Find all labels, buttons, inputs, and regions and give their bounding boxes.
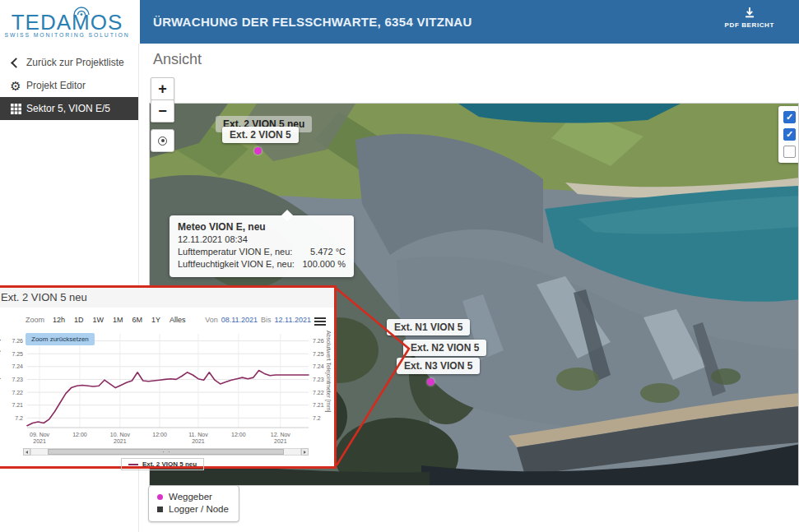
- svg-text:7.21: 7.21: [12, 402, 23, 408]
- date-range: Von 08.11.2021 Bis 12.11.2021: [205, 316, 311, 324]
- pdf-report-button[interactable]: PDF BERICHT: [725, 7, 774, 29]
- svg-text:7.23: 7.23: [12, 377, 23, 382]
- svg-text:2021: 2021: [33, 438, 46, 444]
- marker-label-n3[interactable]: Ext. N3 VION 5: [397, 358, 480, 374]
- legend-label: Weggeber: [169, 491, 212, 503]
- marker-label-n1[interactable]: Ext. N1 VION 5: [387, 319, 470, 335]
- svg-text:7.25: 7.25: [12, 351, 23, 357]
- legend-item-weggeber: Weggeber: [157, 491, 229, 503]
- svg-text:7.24: 7.24: [313, 363, 324, 369]
- download-icon: [743, 7, 756, 19]
- chart-navigator-scrollbar: [23, 448, 309, 456]
- logger-square-icon: [157, 507, 163, 512]
- range-button-1m[interactable]: 1M: [113, 316, 123, 324]
- tooltip-row-value: 100.000 %: [302, 258, 346, 271]
- chart-range-toolbar: Zoom 12h 1D 1W 1M 6M 1Y Alles Von 08.11.…: [26, 316, 311, 324]
- svg-text:2021: 2021: [114, 438, 127, 444]
- scroll-left-button[interactable]: [23, 448, 30, 456]
- meteo-tooltip: Meteo VION E, neu 12.11.2021 08:34 Luftt…: [170, 215, 354, 277]
- zoom-in-button[interactable]: +: [151, 77, 174, 100]
- grid-icon: [5, 104, 26, 114]
- tooltip-timestamp: 12.11.2021 08:34: [178, 234, 346, 244]
- sidebar-back-label: Zurück zur Projektliste: [26, 57, 124, 68]
- svg-text:11. Nov: 11. Nov: [188, 432, 208, 437]
- layer-checkbox[interactable]: ✓: [783, 128, 796, 141]
- svg-text:7.21: 7.21: [313, 402, 324, 408]
- layer-checkbox[interactable]: ✓: [783, 111, 796, 123]
- gear-icon: ⚙: [5, 80, 26, 92]
- svg-text:7.2: 7.2: [313, 415, 321, 421]
- y-axis-title-right: Absolutwert Telejointmeter [mm]: [326, 331, 332, 421]
- svg-text:7.23: 7.23: [313, 377, 324, 382]
- range-button-all[interactable]: Alles: [170, 316, 186, 324]
- sidebar-item-back-to-projects[interactable]: Zurück zur Projektliste: [0, 51, 138, 74]
- range-button-1w[interactable]: 1W: [93, 316, 105, 324]
- chart-popup: Ext. 2 VION 5 neu Zoom 12h 1D 1W 1M 6M 1…: [0, 285, 337, 469]
- tooltip-row: Luftfeuchtigkeit VION E, neu: 100.000 %: [178, 258, 346, 271]
- view-title: Ansicht: [153, 51, 202, 68]
- svg-text:7.25: 7.25: [313, 351, 324, 357]
- legend-item-logger: Logger / Node: [157, 503, 229, 516]
- marker-label-ext2[interactable]: Ext. 2 VION 5: [222, 127, 299, 143]
- marker-label-n2[interactable]: Ext. N2 VION 5: [403, 340, 486, 356]
- sidebar-sector-label: Sektor 5, VION E/5: [26, 103, 110, 114]
- tooltip-title: Meteo VION E, neu: [178, 221, 346, 233]
- svg-text:09. Nov: 09. Nov: [30, 432, 50, 437]
- sidebar-editor-label: Projekt Editor: [26, 80, 86, 91]
- recenter-button[interactable]: [151, 129, 174, 152]
- range-button-1d[interactable]: 1D: [74, 316, 84, 324]
- svg-text:7.2: 7.2: [15, 415, 23, 421]
- svg-text:12:00: 12:00: [152, 432, 167, 437]
- tooltip-row: Lufttemperatur VION E, neu: 5.472 °C: [178, 246, 346, 258]
- svg-text:10. Nov: 10. Nov: [110, 432, 131, 437]
- svg-text:7.26: 7.26: [313, 338, 324, 344]
- app-window: TEDAMOS SWISS MONITORING SOLUTION ÜRWACH…: [0, 0, 799, 532]
- svg-text:12. Nov: 12. Nov: [271, 432, 291, 437]
- svg-text:12:00: 12:00: [231, 432, 246, 437]
- chevron-left-icon: [5, 59, 26, 67]
- weggeber-dot-icon: [157, 494, 163, 500]
- range-button-12h[interactable]: 12h: [53, 316, 65, 324]
- range-button-1y[interactable]: 1Y: [151, 316, 160, 324]
- range-button-6m[interactable]: 6M: [132, 316, 143, 324]
- svg-text:7.24: 7.24: [12, 363, 23, 369]
- brand-logo: TEDAMOS SWISS MONITORING SOLUTION: [0, 0, 134, 44]
- bis-date-input[interactable]: 12.11.2021: [275, 316, 311, 324]
- tooltip-row-label: Lufttemperatur VION E, neu:: [178, 246, 292, 258]
- series-line-icon: [128, 464, 138, 465]
- svg-text:12:00: 12:00: [72, 432, 87, 437]
- svg-text:2021: 2021: [274, 438, 287, 444]
- legend-label: Logger / Node: [169, 503, 229, 516]
- zoom-reset-button[interactable]: Zoom zurücksetzen: [26, 333, 95, 345]
- sidebar-item-project-editor[interactable]: ⚙ Projekt Editor: [0, 74, 138, 97]
- svg-text:7.26: 7.26: [12, 338, 23, 344]
- chart-popup-title: Ext. 2 VION 5 neu: [0, 288, 334, 308]
- series-name: Ext. 2 VION 5 neu: [142, 460, 197, 468]
- tooltip-row-value: 5.472 °C: [310, 246, 346, 258]
- weggeber-marker-dot[interactable]: [254, 147, 262, 155]
- svg-text:7.22: 7.22: [12, 390, 23, 396]
- von-date-input[interactable]: 08.11.2021: [221, 316, 258, 324]
- header-bar: ÜRWACHUNG DER FELSSCHWARTE, 6354 VITZNAU…: [140, 0, 799, 44]
- map-legend: Weggeber Logger / Node: [148, 485, 239, 522]
- svg-text:2021: 2021: [192, 438, 205, 444]
- bis-label: Bis: [261, 316, 272, 324]
- layer-checkbox[interactable]: [783, 146, 796, 158]
- target-icon: [158, 136, 167, 146]
- scroll-right-button[interactable]: [301, 448, 309, 456]
- scrollbar-track[interactable]: [30, 448, 301, 456]
- weggeber-marker-dot[interactable]: [427, 378, 434, 386]
- svg-text:7.22: 7.22: [313, 390, 324, 396]
- brand-tagline: SWISS MONITORING SOLUTION: [5, 32, 130, 38]
- von-label: Von: [205, 316, 218, 324]
- scrollbar-thumb[interactable]: [48, 449, 285, 455]
- tooltip-row-label: Luftfeuchtigkeit VION E, neu:: [178, 258, 295, 271]
- chart-legend: Ext. 2 VION 5 neu: [0, 458, 334, 470]
- zoom-out-button[interactable]: −: [151, 99, 174, 123]
- brand-name: TEDAMOS: [12, 13, 123, 31]
- pdf-report-label: PDF BERICHT: [725, 21, 774, 29]
- sidebar-item-sector[interactable]: Sektor 5, VION E/5: [0, 97, 138, 120]
- chart-legend-item[interactable]: Ext. 2 VION 5 neu: [121, 458, 204, 470]
- page-title: ÜRWACHUNG DER FELSSCHWARTE, 6354 VITZNAU: [140, 15, 472, 29]
- chart-menu-icon[interactable]: [314, 317, 326, 327]
